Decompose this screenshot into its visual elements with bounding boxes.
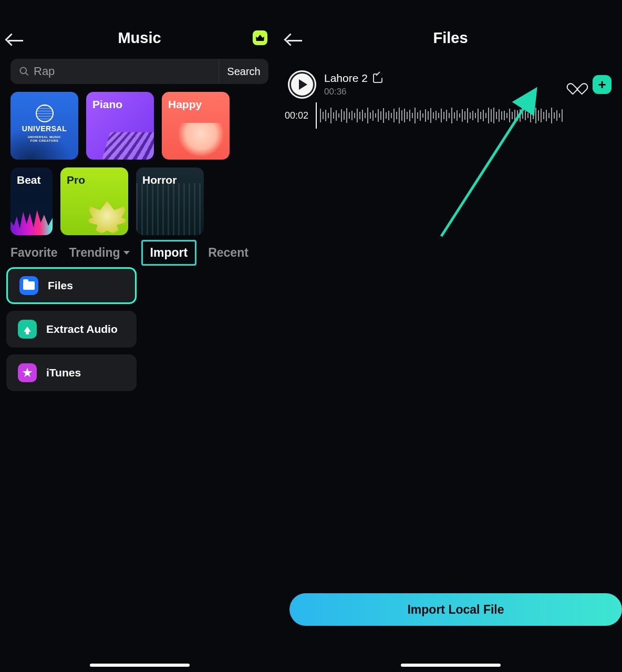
- category-label: Pro: [67, 174, 85, 186]
- home-indicator[interactable]: [401, 664, 501, 667]
- folder-icon: [19, 276, 38, 295]
- waveform-row: 00:02: [279, 102, 622, 129]
- category-pro[interactable]: Pro: [60, 167, 128, 235]
- home-indicator[interactable]: [90, 664, 190, 667]
- tab-favorite[interactable]: Favorite: [11, 246, 57, 260]
- back-arrow-icon: [287, 34, 302, 41]
- tab-trending[interactable]: Trending: [69, 246, 129, 260]
- tab-recent[interactable]: Recent: [208, 246, 248, 260]
- play-icon: [299, 79, 307, 90]
- play-button[interactable]: [289, 72, 315, 97]
- category-horror[interactable]: Horror: [136, 167, 204, 235]
- back-button-files[interactable]: [287, 30, 308, 46]
- svg-point-0: [20, 68, 27, 74]
- import-sources: Files Extract Audio iTunes: [0, 267, 279, 391]
- category-beat[interactable]: Beat: [11, 167, 53, 235]
- universal-logo: UNIVERSAL UNIVERSAL MUSIC FOR CREATORS: [21, 104, 68, 143]
- import-extract-label: Extract Audio: [46, 323, 118, 335]
- import-files-label: Files: [48, 279, 73, 292]
- import-extract-audio[interactable]: Extract Audio: [6, 311, 137, 348]
- premium-button[interactable]: [253, 30, 267, 45]
- import-local-label: Import Local File: [407, 603, 504, 617]
- import-itunes[interactable]: iTunes: [6, 354, 137, 391]
- category-label: Piano: [92, 98, 122, 110]
- track-name: Lahore 2: [324, 72, 368, 85]
- import-files[interactable]: Files: [6, 267, 137, 304]
- search-bar[interactable]: Search: [11, 59, 268, 84]
- tab-import[interactable]: Import: [141, 240, 197, 266]
- category-piano[interactable]: Piano: [86, 92, 154, 160]
- search-icon: [19, 66, 29, 77]
- waveform[interactable]: [316, 102, 622, 129]
- svg-line-1: [26, 73, 28, 76]
- upload-icon: [18, 320, 37, 339]
- import-local-button[interactable]: Import Local File: [289, 593, 622, 626]
- category-universal[interactable]: UNIVERSAL UNIVERSAL MUSIC FOR CREATORS: [11, 92, 78, 160]
- crown-icon: [256, 35, 264, 41]
- page-title-music: Music: [118, 29, 161, 47]
- star-icon: [18, 363, 37, 382]
- chevron-down-icon: [123, 251, 130, 255]
- tab-trending-label: Trending: [69, 246, 120, 260]
- scrub-time: 00:02: [279, 110, 308, 121]
- category-label: Horror: [142, 174, 177, 186]
- search-input[interactable]: [34, 65, 219, 78]
- plus-icon: +: [598, 77, 606, 93]
- add-track-button[interactable]: +: [593, 75, 611, 94]
- source-tabs: Favorite Trending Import Recent: [0, 235, 279, 267]
- page-title-files: Files: [433, 29, 468, 47]
- category-happy[interactable]: Happy: [162, 92, 230, 160]
- edit-icon[interactable]: [373, 74, 382, 83]
- category-grid: UNIVERSAL UNIVERSAL MUSIC FOR CREATORS P…: [0, 92, 279, 235]
- import-itunes-label: iTunes: [46, 366, 81, 379]
- track-row: Lahore 2 00:36 +: [279, 59, 622, 102]
- category-label: Beat: [17, 174, 41, 186]
- category-label: Happy: [168, 98, 202, 110]
- track-duration: 00:36: [324, 87, 561, 97]
- back-button-music[interactable]: [8, 30, 29, 46]
- search-button[interactable]: Search: [219, 59, 268, 84]
- track-info: Lahore 2 00:36: [324, 72, 561, 97]
- favorite-button[interactable]: [571, 78, 583, 91]
- back-arrow-icon: [8, 34, 23, 41]
